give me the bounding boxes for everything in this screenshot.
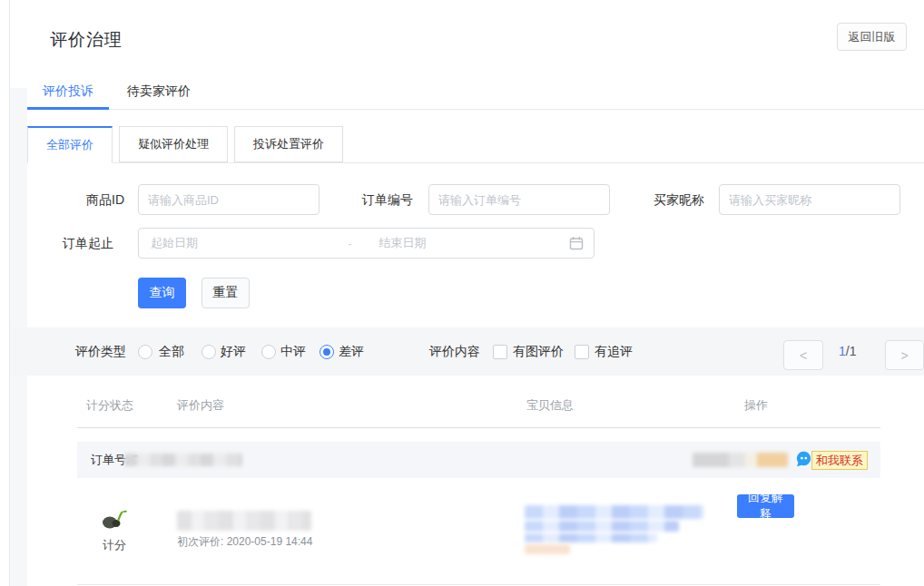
col-header-review-content: 评价内容 xyxy=(177,397,224,414)
contact-me-badge[interactable]: 和我联系 xyxy=(811,451,868,470)
buyer-nick-input[interactable] xyxy=(719,184,900,215)
tab-review-complaint[interactable]: 评价投诉 xyxy=(27,77,109,109)
pagination-current: 1 xyxy=(839,344,846,358)
checkbox-with-followup[interactable] xyxy=(575,345,589,359)
product-id-label: 商品ID xyxy=(86,184,124,215)
checkbox-with-image[interactable] xyxy=(493,345,507,359)
date-range-separator: - xyxy=(341,237,359,250)
review-row-divider xyxy=(77,584,880,585)
score-status-text: 计分 xyxy=(103,537,126,553)
review-content-label: 评价内容 xyxy=(429,327,480,376)
radio-bad[interactable] xyxy=(319,345,334,359)
main-tabs: 评价投诉 待卖家评价 xyxy=(27,77,924,110)
order-date-range-input[interactable]: 起始日期 - 结束日期 xyxy=(138,228,595,259)
review-type-label: 评价类型 xyxy=(75,327,126,376)
reply-explain-button[interactable]: 回复解释 xyxy=(737,494,794,518)
product-id-input[interactable] xyxy=(138,184,319,215)
col-header-score-status: 计分状态 xyxy=(86,397,133,414)
order-no-label: 订单编号 xyxy=(362,184,413,215)
search-button[interactable]: 查询 xyxy=(138,278,186,308)
back-to-old-version-button[interactable]: 返回旧版 xyxy=(837,23,907,51)
table-header-divider xyxy=(77,427,880,428)
tab-pending-seller-review[interactable]: 待卖家评价 xyxy=(112,77,206,109)
order-no-input[interactable] xyxy=(428,184,610,215)
radio-neutral-label[interactable]: 中评 xyxy=(280,327,306,376)
filter-bar: 评价类型 全部 好评 中评 差评 评价内容 有图评价 有追评 < 1/1 > xyxy=(10,327,924,376)
chevron-left-icon: < xyxy=(800,348,807,363)
subtab-complaint-handled-reviews[interactable]: 投诉处置评价 xyxy=(234,126,343,162)
radio-neutral[interactable] xyxy=(261,345,276,359)
calendar-icon xyxy=(569,236,584,250)
buyer-nick-label: 买家昵称 xyxy=(654,184,704,215)
pagination-total: 1 xyxy=(850,344,857,358)
radio-good-label[interactable]: 好评 xyxy=(221,327,246,376)
bad-rating-score-icon xyxy=(100,504,129,532)
checkbox-with-followup-label[interactable]: 有追评 xyxy=(595,327,633,376)
pagination-info: 1/1 xyxy=(839,327,856,376)
order-row: 订单号: 9 和我联系 xyxy=(77,442,880,478)
redacted-buyer-name xyxy=(693,453,788,467)
redacted-item-price xyxy=(525,544,570,554)
pagination-next-button[interactable]: > xyxy=(885,340,924,370)
page-title: 评价治理 xyxy=(50,28,123,52)
redacted-item-title-line2 xyxy=(525,521,679,532)
end-date-placeholder[interactable]: 结束日期 xyxy=(359,235,570,251)
sub-tabs: 全部评价 疑似评价处理 投诉处置评价 xyxy=(27,126,924,163)
redacted-item-sku-line xyxy=(525,533,657,542)
order-date-range-label: 订单起止 xyxy=(63,228,113,259)
wangwang-chat-icon[interactable] xyxy=(795,451,812,468)
chevron-right-icon: > xyxy=(900,348,908,363)
radio-all[interactable] xyxy=(138,345,152,359)
col-header-item-info: 宝贝信息 xyxy=(526,397,574,414)
reset-button[interactable]: 重置 xyxy=(202,278,250,308)
radio-all-label[interactable]: 全部 xyxy=(159,327,184,376)
radio-good[interactable] xyxy=(202,345,216,359)
pagination-prev-button[interactable]: < xyxy=(783,340,823,370)
redacted-order-number xyxy=(124,454,242,466)
col-header-actions: 操作 xyxy=(744,397,768,414)
redacted-item-title-line1 xyxy=(525,505,704,519)
start-date-placeholder[interactable]: 起始日期 xyxy=(139,235,341,251)
subtab-all-reviews[interactable]: 全部评价 xyxy=(27,126,113,163)
checkbox-with-image-label[interactable]: 有图评价 xyxy=(513,327,564,376)
first-review-timestamp: 初次评价: 2020-05-19 14:44 xyxy=(177,534,312,550)
subtab-suspected-review-handling[interactable]: 疑似评价处理 xyxy=(119,126,228,162)
redacted-review-content xyxy=(177,511,311,531)
radio-bad-label[interactable]: 差评 xyxy=(339,327,364,376)
